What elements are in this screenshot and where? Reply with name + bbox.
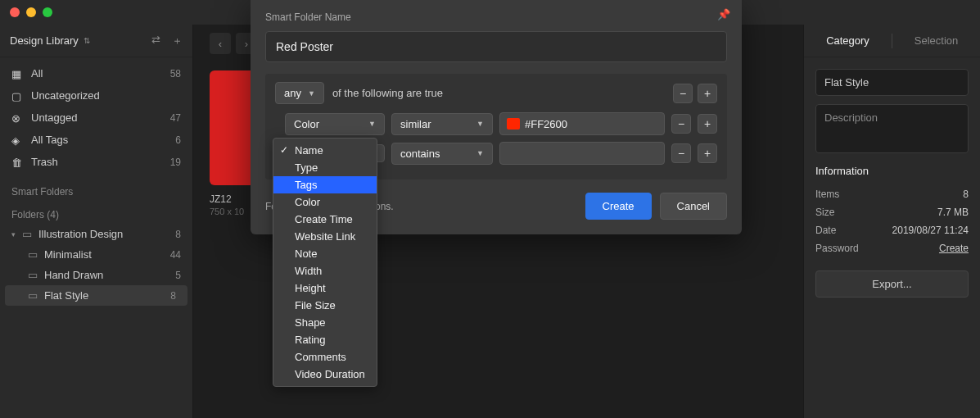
tab-category[interactable]: Category <box>804 34 892 47</box>
dropdown-item-shape[interactable]: Shape <box>273 314 377 331</box>
dropdown-item-height[interactable]: Height <box>273 279 377 297</box>
sidebar-item-count: 19 <box>170 157 181 168</box>
dropdown-item-type[interactable]: Type <box>273 159 377 176</box>
info-row-password: PasswordCreate <box>815 239 969 257</box>
library-title[interactable]: Design Library ⇅ <box>10 34 90 47</box>
pin-icon[interactable]: 📌 <box>717 8 730 20</box>
nav-back-button[interactable]: ‹ <box>210 33 231 54</box>
folder-item-minimalist[interactable]: ▭Minimalist44 <box>0 244 192 265</box>
sidebar-collections: ▦All58▢Uncategorized⊗Untagged47◈All Tags… <box>0 57 192 178</box>
add-icon[interactable]: ＋ <box>172 34 183 48</box>
window-controls <box>10 7 52 17</box>
rule-value-input[interactable]: #FF2600 <box>499 112 665 135</box>
match-text: of the following are true <box>332 87 443 99</box>
sync-icon[interactable]: ⇄ <box>151 34 160 48</box>
add-group-button[interactable]: + <box>698 84 717 103</box>
sidebar-item-trash[interactable]: 🗑Trash19 <box>0 151 192 173</box>
tab-selection[interactable]: Selection <box>892 34 980 47</box>
folder-label: Minimalist <box>44 248 92 261</box>
chevron-down-icon: ▾ <box>11 230 16 239</box>
folder-count: 8 <box>170 290 176 302</box>
folders-header: Folders (4) <box>0 201 192 224</box>
rule-operator-label: contains <box>400 148 440 160</box>
collection-icon: ⊗ <box>11 112 23 124</box>
folder-item-flat-style[interactable]: ▭Flat Style8 <box>5 285 187 306</box>
information-label: Information <box>815 165 969 177</box>
rule-row: Color▼ similar▼ #FF2600 − + <box>285 112 717 135</box>
dropdown-item-comments[interactable]: Comments <box>273 348 377 366</box>
sidebar-item-label: All <box>31 67 43 80</box>
dropdown-item-rating[interactable]: Rating <box>273 331 377 348</box>
folder-list: ▾▭Illustration Design8▭Minimalist44▭Hand… <box>0 224 192 306</box>
color-swatch <box>507 118 520 129</box>
dialog-title: Smart Folder Name <box>265 11 727 23</box>
chevron-updown-icon: ⇅ <box>84 36 90 45</box>
info-value: 7.7 MB <box>937 207 969 218</box>
chevron-down-icon: ▼ <box>368 120 376 128</box>
folder-name-input[interactable] <box>265 31 727 62</box>
sidebar-item-count: 47 <box>170 112 181 124</box>
create-button[interactable]: Create <box>585 193 652 220</box>
maximize-window-button[interactable] <box>43 7 52 17</box>
rule-value-text: #FF2600 <box>525 118 567 130</box>
folder-name-field[interactable]: Flat Style <box>815 69 969 96</box>
info-value: 2019/08/27 11:24 <box>892 225 969 236</box>
dropdown-item-color[interactable]: Color <box>273 193 377 211</box>
add-rule-button[interactable]: + <box>698 114 717 134</box>
dropdown-item-create-time[interactable]: Create Time <box>273 211 377 228</box>
dropdown-item-note[interactable]: Note <box>273 245 377 262</box>
add-rule-button[interactable]: + <box>698 143 717 163</box>
match-mode-label: any <box>284 87 301 99</box>
dropdown-item-name[interactable]: Name <box>273 142 377 159</box>
dropdown-item-video-duration[interactable]: Video Duration <box>273 366 377 383</box>
sidebar-item-uncategorized[interactable]: ▢Uncategorized <box>0 84 192 107</box>
rule-operator-select[interactable]: similar▼ <box>391 113 493 135</box>
folder-count: 8 <box>175 229 181 240</box>
folder-icon: ▭ <box>28 289 38 302</box>
cancel-button[interactable]: Cancel <box>660 193 727 220</box>
sidebar-item-count: 58 <box>170 68 181 80</box>
rule-operator-select[interactable]: contains▼ <box>391 143 493 165</box>
description-field[interactable]: Description <box>815 104 969 153</box>
remove-rule-button[interactable]: − <box>671 143 691 163</box>
info-key: Password <box>815 243 859 254</box>
folder-item-illustration-design[interactable]: ▾▭Illustration Design8 <box>0 224 192 244</box>
close-window-button[interactable] <box>10 7 20 17</box>
folder-label: Flat Style <box>44 289 88 302</box>
folder-icon: ▭ <box>28 269 38 281</box>
folder-count: 5 <box>175 270 181 281</box>
sidebar-item-count: 6 <box>175 134 181 146</box>
dropdown-item-width[interactable]: Width <box>273 262 377 279</box>
info-key: Items <box>815 189 839 200</box>
dropdown-item-file-size[interactable]: File Size <box>273 297 377 314</box>
remove-group-button[interactable]: − <box>673 84 693 103</box>
folder-item-hand-drawn[interactable]: ▭Hand Drawn5 <box>0 265 192 285</box>
chevron-down-icon: ▼ <box>476 120 484 128</box>
dropdown-item-tags[interactable]: Tags <box>273 176 377 193</box>
info-row-items: Items8 <box>815 185 969 203</box>
collection-icon: ▢ <box>11 90 23 102</box>
sidebar-item-all[interactable]: ▦All58 <box>0 62 192 84</box>
collection-icon: ▦ <box>11 68 23 80</box>
inspector-panel: Category Selection Flat Style Descriptio… <box>803 25 980 418</box>
dropdown-item-website-link[interactable]: Website Link <box>273 228 377 245</box>
folder-icon: ▭ <box>28 248 38 261</box>
sidebar-item-label: Trash <box>31 156 58 168</box>
folder-count: 44 <box>170 249 181 261</box>
sidebar-item-untagged[interactable]: ⊗Untagged47 <box>0 107 192 129</box>
sidebar-item-label: Uncategorized <box>31 89 100 102</box>
rule-field-select[interactable]: Color▼ <box>285 113 385 135</box>
export-button[interactable]: Export... <box>815 270 969 298</box>
sidebar-item-all-tags[interactable]: ◈All Tags6 <box>0 129 192 151</box>
sidebar-header: Design Library ⇅ ⇄ ＋ <box>0 25 192 57</box>
folder-icon: ▭ <box>22 228 32 240</box>
info-row-size: Size7.7 MB <box>815 203 969 221</box>
rule-value-input[interactable] <box>499 142 665 165</box>
chevron-down-icon: ▼ <box>308 89 315 98</box>
rule-operator-label: similar <box>400 118 431 130</box>
minimize-window-button[interactable] <box>26 7 36 17</box>
remove-rule-button[interactable]: − <box>671 114 691 134</box>
collection-icon: 🗑 <box>11 157 23 168</box>
match-mode-select[interactable]: any ▼ <box>275 82 324 104</box>
info-value[interactable]: Create <box>939 243 969 254</box>
